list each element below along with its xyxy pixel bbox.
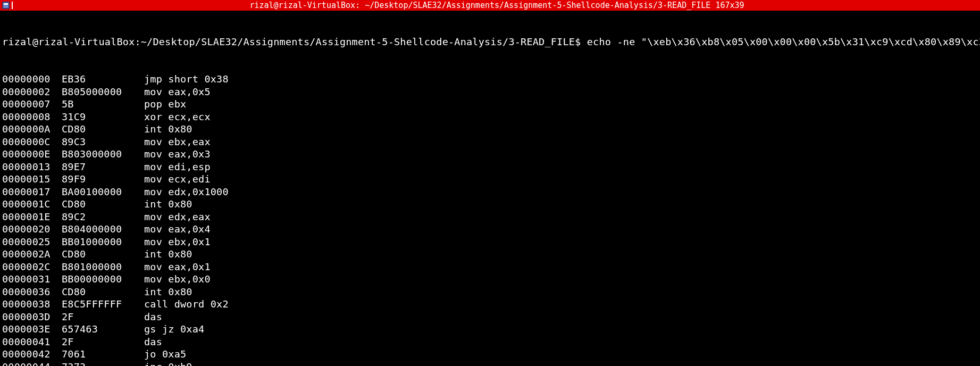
hex: 5B — [62, 98, 144, 110]
hex: B803000000 — [62, 148, 144, 160]
disasm-row: 0000003D2Fdas — [2, 311, 978, 323]
hex: 89C3 — [62, 136, 144, 148]
asm: int 0x80 — [144, 248, 192, 260]
hex: 89F9 — [62, 173, 144, 185]
disasm-row: 0000001389E7mov edi,esp — [2, 161, 978, 173]
addr: 00000031 — [2, 273, 62, 285]
asm: pop ebx — [144, 98, 186, 110]
addr: 0000001C — [2, 198, 62, 210]
hex: E8C5FFFFFF — [62, 298, 144, 310]
terminal-window: rizal@rizal-VirtualBox: ~/Desktop/SLAE32… — [0, 0, 980, 366]
disasm-row: 0000003E657463gs jz 0xa4 — [2, 323, 978, 335]
addr: 00000038 — [2, 298, 62, 310]
addr: 00000020 — [2, 223, 62, 235]
asm: mov eax,0x5 — [144, 86, 211, 98]
addr: 00000017 — [2, 186, 62, 198]
addr: 00000008 — [2, 111, 62, 123]
hex: 7061 — [62, 348, 144, 360]
disasm-row: 00000020B804000000mov eax,0x4 — [2, 223, 978, 235]
hex: B805000000 — [62, 86, 144, 98]
asm: mov eax,0x1 — [144, 261, 211, 273]
asm: int 0x80 — [144, 123, 192, 135]
window-title: rizal@rizal-VirtualBox: ~/Desktop/SLAE32… — [14, 0, 980, 11]
asm: das — [144, 311, 162, 323]
addr: 00000041 — [2, 336, 62, 348]
addr: 00000007 — [2, 98, 62, 110]
disasm-row: 00000036CD80int 0x80 — [2, 286, 978, 298]
hex: CD80 — [62, 248, 144, 260]
asm: mov ebx,eax — [144, 136, 211, 148]
disasm-row: 0000001589F9mov ecx,edi — [2, 173, 978, 185]
disasm-row: 00000025BB01000000mov ebx,0x1 — [2, 236, 978, 248]
disasm-row: 0000000831C9xor ecx,ecx — [2, 111, 978, 123]
asm: call dword 0x2 — [144, 298, 229, 310]
disasm-row: 000000427061jo 0xa5 — [2, 348, 978, 360]
addr: 0000000A — [2, 123, 62, 135]
asm: jmp short 0x38 — [144, 73, 229, 85]
disasm-row: 0000001E89C2mov edx,eax — [2, 211, 978, 223]
asm: gs jz 0xa4 — [144, 323, 204, 335]
hex: 31C9 — [62, 111, 144, 123]
disasm-row: 00000031BB00000000mov ebx,0x0 — [2, 273, 978, 285]
addr: 0000003D — [2, 311, 62, 323]
prompt-text: rizal@rizal-VirtualBox:~/Desktop/SLAE32/… — [2, 36, 587, 47]
hex: 657463 — [62, 323, 144, 335]
hex: 89C2 — [62, 211, 144, 223]
disasm-row: 0000000EB803000000mov eax,0x3 — [2, 148, 978, 160]
disasm-row: 0000002CB801000000mov eax,0x1 — [2, 261, 978, 273]
asm: mov ecx,edi — [144, 173, 211, 185]
asm: mov ebx,0x0 — [144, 273, 211, 285]
asm: int 0x80 — [144, 198, 192, 210]
disasm-row: 000000412Fdas — [2, 336, 978, 348]
hex: BB01000000 — [62, 236, 144, 248]
addr: 00000025 — [2, 236, 62, 248]
hex: BB00000000 — [62, 273, 144, 285]
addr: 0000002A — [2, 248, 62, 260]
hex: 89E7 — [62, 161, 144, 173]
addr: 0000000E — [2, 148, 62, 160]
disasm-row: 0000000C89C3mov ebx,eax — [2, 136, 978, 148]
prompt-line: rizal@rizal-VirtualBox:~/Desktop/SLAE32/… — [2, 36, 978, 48]
svg-rect-2 — [4, 3, 8, 5]
asm: mov eax,0x4 — [144, 223, 211, 235]
asm: jo 0xa5 — [144, 348, 186, 360]
disasm-row: 000000075Bpop ebx — [2, 98, 978, 110]
disasm-row: 0000001CCD80int 0x80 — [2, 198, 978, 210]
hex: CD80 — [62, 123, 144, 135]
command-text: echo -ne "\xeb\x36\xb8\x05\x00\x00\x00\x… — [587, 36, 980, 47]
hex: CD80 — [62, 286, 144, 298]
hex: 2F — [62, 311, 144, 323]
asm: jnc 0xb9 — [144, 361, 192, 366]
disassembly-output: 00000000EB36jmp short 0x3800000002B80500… — [2, 73, 978, 366]
hex: 7373 — [62, 361, 144, 366]
hex: B804000000 — [62, 223, 144, 235]
asm: mov edx,eax — [144, 211, 211, 223]
addr: 00000044 — [2, 361, 62, 366]
app-icon — [2, 2, 10, 9]
asm: xor ecx,ecx — [144, 111, 211, 123]
hex: 2F — [62, 336, 144, 348]
disasm-row: 0000002ACD80int 0x80 — [2, 248, 978, 260]
titlebar[interactable]: rizal@rizal-VirtualBox: ~/Desktop/SLAE32… — [0, 0, 980, 11]
addr: 00000015 — [2, 173, 62, 185]
hex: EB36 — [62, 73, 144, 85]
addr: 00000042 — [2, 348, 62, 360]
addr: 00000036 — [2, 286, 62, 298]
asm: mov edi,esp — [144, 161, 211, 173]
disasm-row: 00000002B805000000mov eax,0x5 — [2, 86, 978, 98]
asm: mov edx,0x1000 — [144, 186, 229, 198]
hex: CD80 — [62, 198, 144, 210]
addr: 0000001E — [2, 211, 62, 223]
disasm-row: 0000000ACD80int 0x80 — [2, 123, 978, 135]
addr: 0000003E — [2, 323, 62, 335]
asm: int 0x80 — [144, 286, 192, 298]
asm: mov eax,0x3 — [144, 148, 211, 160]
disasm-row: 000000447373jnc 0xb9 — [2, 361, 978, 366]
asm: mov ebx,0x1 — [144, 236, 211, 248]
terminal-area[interactable]: rizal@rizal-VirtualBox:~/Desktop/SLAE32/… — [0, 11, 980, 366]
addr: 00000013 — [2, 161, 62, 173]
disasm-row: 00000038E8C5FFFFFFcall dword 0x2 — [2, 298, 978, 310]
title-cursor — [12, 2, 13, 9]
hex: BA00100000 — [62, 186, 144, 198]
addr: 0000002C — [2, 261, 62, 273]
